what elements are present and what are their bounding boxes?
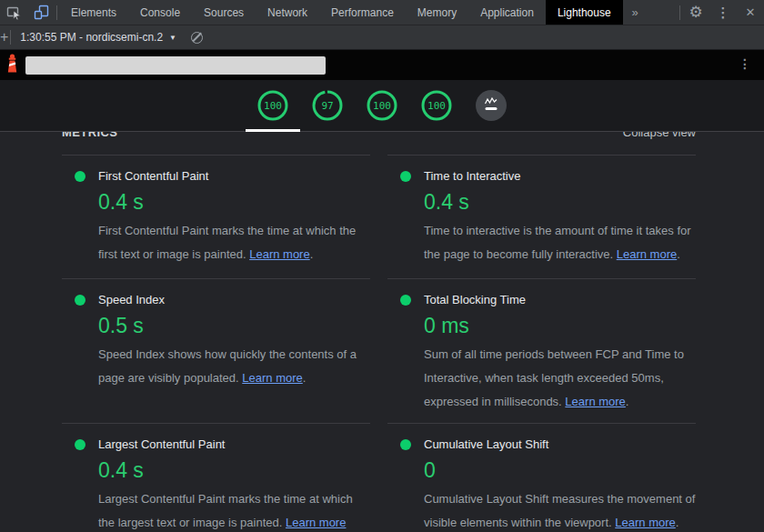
metric-title: Cumulative Layout Shift — [424, 437, 696, 452]
accessibility-score-gauge[interactable]: 97 — [312, 90, 343, 121]
metric-card-total-blocking-time: Total Blocking Time 0 ms Sum of all time… — [387, 278, 696, 423]
pass-dot-icon — [400, 295, 411, 306]
metric-card-time-to-interactive: Time to Interactive 0.4 s Time to intera… — [387, 155, 696, 278]
metrics-section-title: METRICS — [62, 132, 117, 140]
settings-gear-icon[interactable]: ⚙ — [682, 0, 709, 25]
chevron-down-icon: ▼ — [169, 34, 176, 42]
toolbar-divider — [679, 5, 680, 20]
lighthouse-logo-icon — [4, 53, 21, 78]
best-practices-score-value: 100 — [367, 90, 397, 121]
devtools-tabbar: Elements Console Sources Network Perform… — [0, 0, 764, 25]
report-selector-label: 1:30:55 PM - nordicsemi-cn.2 — [20, 31, 163, 44]
report-url-placeholder-bar — [25, 56, 326, 75]
best-practices-score-gauge[interactable]: 100 — [367, 90, 397, 121]
pwa-logo-icon — [485, 97, 498, 105]
metric-title: Time to Interactive — [424, 169, 696, 184]
tab-performance[interactable]: Performance — [319, 0, 406, 25]
metric-title: First Contentful Paint — [98, 169, 370, 184]
clear-reports-icon[interactable] — [191, 32, 203, 44]
metric-description: Largest Contentful Paint marks the time … — [98, 487, 370, 532]
metric-description: Time to interactive is the amount of tim… — [424, 219, 696, 266]
accessibility-score-value: 97 — [312, 90, 343, 121]
more-tabs-icon[interactable]: » — [623, 5, 648, 19]
metric-title: Speed Index — [98, 293, 370, 307]
metric-description: Speed Index shows how quickly the conten… — [98, 343, 370, 390]
inspect-element-icon[interactable] — [0, 0, 27, 25]
active-gauge-underline — [246, 129, 300, 132]
metric-description: Cumulative Layout Shift measures the mov… — [424, 487, 696, 532]
learn-more-link[interactable]: Learn more — [242, 371, 302, 385]
pass-dot-icon — [400, 439, 411, 450]
metrics-section: METRICS Collapse view First Contentful P… — [0, 132, 764, 531]
score-gauges-row: 100 97 100 100 — [257, 90, 507, 121]
learn-more-link[interactable]: Learn more — [615, 516, 675, 529]
toolbar-divider — [56, 5, 57, 20]
lighthouse-toolbar: + 1:30:55 PM - nordicsemi-cn.2 ▼ — [0, 25, 764, 50]
performance-score-gauge[interactable]: 100 — [257, 90, 288, 121]
metric-description-suffix: . — [303, 371, 307, 385]
metric-value: 0.5 s — [98, 314, 370, 338]
pass-dot-icon — [400, 171, 411, 182]
pwa-badge-gauge[interactable] — [476, 90, 507, 121]
pwa-dash-icon — [486, 107, 498, 110]
metric-card-speed-index: Speed Index 0.5 s Speed Index shows how … — [62, 278, 370, 423]
metric-description-suffix: . — [676, 516, 679, 529]
metric-card-largest-contentful-paint: Largest Contentful Paint 0.4 s Largest C… — [62, 423, 370, 532]
learn-more-link[interactable]: Learn more — [617, 247, 677, 261]
metric-cards-grid: First Contentful Paint 0.4 s First Conte… — [62, 155, 696, 532]
close-devtools-icon[interactable]: ✕ — [737, 0, 764, 25]
collapse-view-link[interactable]: Collapse view — [623, 132, 696, 140]
performance-score-value: 100 — [257, 90, 288, 121]
metric-description: Sum of all time periods between FCP and … — [424, 343, 696, 414]
metric-description-suffix: . — [626, 395, 629, 408]
tab-sources[interactable]: Sources — [192, 0, 256, 25]
report-tools-menu-icon[interactable]: ⋮ — [739, 56, 751, 71]
metrics-header-clipped: METRICS Collapse view — [62, 132, 696, 143]
tab-elements[interactable]: Elements — [59, 0, 128, 25]
seo-score-gauge[interactable]: 100 — [421, 90, 452, 121]
learn-more-link[interactable]: Learn more — [286, 516, 346, 529]
tab-application[interactable]: Application — [468, 0, 546, 25]
report-selector-dropdown[interactable]: 1:30:55 PM - nordicsemi-cn.2 ▼ — [20, 31, 176, 44]
tab-console[interactable]: Console — [128, 0, 192, 25]
device-toolbar-icon[interactable] — [27, 0, 55, 25]
metric-value: 0 ms — [424, 314, 696, 338]
new-report-icon[interactable]: + — [0, 29, 8, 45]
metric-description-text: First Contentful Paint marks the time at… — [98, 224, 356, 261]
metric-value: 0.4 s — [98, 458, 370, 483]
pass-dot-icon — [75, 295, 85, 306]
pass-dot-icon — [75, 439, 85, 450]
tab-lighthouse[interactable]: Lighthouse — [546, 0, 623, 25]
metric-description-text: Speed Index shows how quickly the conten… — [98, 347, 357, 385]
tab-memory[interactable]: Memory — [406, 0, 468, 25]
metric-value: 0.4 s — [98, 190, 370, 215]
pass-dot-icon — [75, 171, 85, 182]
metric-value: 0.4 s — [424, 190, 696, 215]
metric-title: Largest Contentful Paint — [98, 437, 370, 452]
metric-description-text: Sum of all time periods between FCP and … — [424, 347, 684, 408]
toolbar-divider — [10, 30, 11, 45]
learn-more-link[interactable]: Learn more — [565, 395, 625, 408]
seo-score-value: 100 — [421, 90, 452, 121]
metric-card-first-contentful-paint: First Contentful Paint 0.4 s First Conte… — [62, 155, 370, 278]
metric-description: First Contentful Paint marks the time at… — [98, 219, 370, 266]
metric-title: Total Blocking Time — [424, 293, 696, 307]
tab-network[interactable]: Network — [256, 0, 319, 25]
devtools-menu-icon[interactable]: ⋮ — [709, 0, 737, 25]
metric-value: 0 — [424, 458, 696, 483]
metric-description-suffix: . — [310, 247, 314, 261]
learn-more-link[interactable]: Learn more — [249, 247, 309, 261]
report-header-bar: ⋮ — [0, 50, 764, 80]
metric-card-cumulative-layout-shift: Cumulative Layout Shift 0 Cumulative Lay… — [387, 423, 696, 532]
metric-description-suffix: . — [677, 247, 680, 261]
score-gauges-header: 100 97 100 100 — [0, 80, 764, 132]
